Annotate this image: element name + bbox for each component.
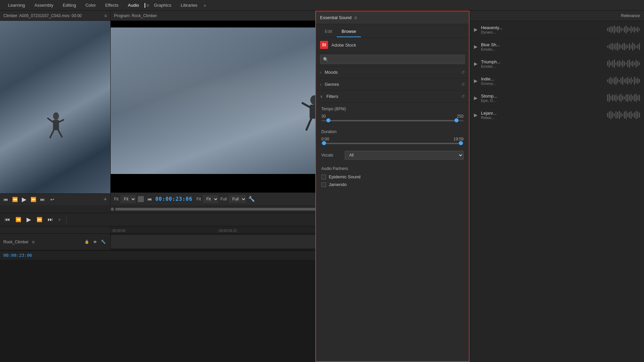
duration-thumb-left[interactable] <box>322 141 326 145</box>
full-selector[interactable]: Full <box>229 195 246 203</box>
svg-rect-74 <box>636 60 637 67</box>
nav-libraries[interactable]: Libraries <box>176 1 202 9</box>
svg-rect-97 <box>607 95 608 101</box>
result-item-2[interactable]: ▶ Triumph... Emotio... <box>470 55 644 72</box>
moods-chevron-icon: › <box>320 70 321 75</box>
result-item-5[interactable]: ▶ Lejanr... Relaxi... <box>470 107 644 124</box>
nav-audio[interactable]: Audio <box>123 1 144 9</box>
vocals-select[interactable]: All Instrumental With Vocals <box>345 151 464 160</box>
wrench-icon[interactable]: 🔧 <box>248 196 255 202</box>
adobe-stock-row[interactable]: St Adobe Stock <box>316 38 469 53</box>
svg-rect-61 <box>614 60 615 68</box>
track-name: Rock_Climber <box>3 240 29 244</box>
moods-reset-icon[interactable]: ↺ <box>461 70 465 75</box>
jamendo-checkbox[interactable] <box>321 182 326 187</box>
src-add-btn[interactable]: + <box>102 195 108 204</box>
src-loop-btn[interactable]: ↩ <box>49 196 56 203</box>
svg-rect-94 <box>636 78 637 83</box>
pgm-skip-back-btn[interactable]: ⏮ <box>146 196 153 202</box>
svg-rect-50 <box>629 43 630 50</box>
track-eye-btn[interactable]: 👁 <box>92 239 98 245</box>
source-monitor-title: Climber: A005_07231037_C043.mov: 00:00 <box>3 13 82 18</box>
result-item-4[interactable]: ▶ Stomp... Epic, D... <box>470 89 644 107</box>
svg-line-2 <box>48 118 53 122</box>
svg-rect-31 <box>631 26 632 33</box>
nav-effects[interactable]: Effects <box>101 1 123 9</box>
filter-moods[interactable]: › Moods ↺ <box>316 66 469 78</box>
tempo-thumb-right[interactable] <box>454 118 459 122</box>
svg-rect-59 <box>610 62 611 65</box>
fit-selector-2[interactable]: Fit <box>203 195 218 203</box>
src-step-fwd-btn[interactable]: ⏩ <box>29 196 38 203</box>
svg-rect-86 <box>622 77 623 85</box>
track-menu-icon[interactable]: ≡ <box>32 239 35 245</box>
fit-label-2: Fit <box>197 197 201 201</box>
tl-play-btn[interactable]: ▶ <box>25 215 33 224</box>
filter-genres[interactable]: › Genres ↺ <box>316 78 469 90</box>
svg-rect-117 <box>607 113 608 117</box>
nav-learning[interactable]: Learning <box>3 1 30 9</box>
jamendo-label: Jamendo <box>329 182 346 187</box>
tempo-range-track[interactable] <box>321 120 464 121</box>
src-play-btn[interactable]: ▶ <box>20 195 28 204</box>
tl-step-fwd-btn[interactable]: ⏩ <box>35 216 44 223</box>
result-subtitle-2: Emotio... <box>481 64 603 68</box>
result-item-0[interactable]: ▶ Heavenly... Dynam... <box>470 21 644 38</box>
nav-color[interactable]: Color <box>81 1 101 9</box>
source-monitor-menu-icon[interactable]: ≡ <box>104 13 107 18</box>
aspect-ratio-btn[interactable] <box>138 196 144 202</box>
result-item-1[interactable]: ▶ Blue Sh... Emotio... <box>470 38 644 55</box>
results-list: ▶ Heavenly... Dynam... <box>470 21 644 362</box>
play-icon-2[interactable]: ▶ <box>474 61 478 66</box>
track-tool-btn[interactable]: 🔧 <box>100 239 107 245</box>
fit-label: Fit <box>114 197 118 201</box>
fit-selector[interactable]: Fit <box>120 195 136 203</box>
tl-fwd-btn[interactable]: ⏭ <box>46 216 54 223</box>
svg-rect-17 <box>607 28 608 31</box>
panel-menu-icon[interactable]: ≡ <box>354 15 357 20</box>
tl-step-back-btn[interactable]: ⏪ <box>14 216 22 223</box>
nav-editing[interactable]: Editing <box>58 1 81 9</box>
tempo-thumb-left[interactable] <box>326 118 330 122</box>
svg-rect-124 <box>619 111 620 119</box>
source-thumbnail <box>0 21 110 193</box>
play-icon-1[interactable]: ▶ <box>474 44 478 49</box>
svg-rect-49 <box>627 45 628 48</box>
epidemic-sound-checkbox[interactable] <box>321 175 326 179</box>
svg-rect-96 <box>639 79 640 82</box>
nav-graphics[interactable]: Graphics <box>149 1 176 9</box>
result-title-2: Triumph... <box>481 59 603 64</box>
nav-assembly[interactable]: Assembly <box>30 1 58 9</box>
play-icon-5[interactable]: ▶ <box>474 112 478 118</box>
src-skip-back-btn[interactable]: ⏮ <box>2 196 9 203</box>
result-subtitle-3: Groovy... <box>481 81 603 85</box>
waveform-4 <box>606 93 640 103</box>
svg-rect-101 <box>614 95 615 101</box>
tl-back-btn[interactable]: ⏮ <box>3 216 11 223</box>
play-icon-4[interactable]: ▶ <box>474 95 478 101</box>
genres-reset-icon[interactable]: ↺ <box>461 82 465 87</box>
svg-rect-66 <box>622 60 623 67</box>
nav-more-icon[interactable]: » <box>204 3 206 8</box>
src-skip-fwd-btn[interactable]: ⏭ <box>39 196 46 203</box>
src-step-back-btn[interactable]: ⏪ <box>11 196 19 203</box>
play-icon-3[interactable]: ▶ <box>474 78 478 83</box>
filters-reset-icon[interactable]: ↺ <box>461 94 465 99</box>
tab-browse[interactable]: Browse <box>337 27 361 37</box>
duration-range-track[interactable] <box>321 143 464 144</box>
tab-edit[interactable]: Edit <box>320 27 337 37</box>
svg-rect-64 <box>619 60 620 67</box>
source-monitor-header: Climber: A005_07231037_C043.mov: 00:00 ≡ <box>0 11 110 21</box>
track-lock-btn[interactable]: 🔒 <box>83 239 91 245</box>
svg-rect-84 <box>619 80 620 82</box>
svg-rect-56 <box>639 43 640 50</box>
svg-rect-120 <box>612 112 613 118</box>
play-icon-0[interactable]: ▶ <box>474 27 478 32</box>
search-input[interactable] <box>330 57 462 62</box>
svg-rect-92 <box>632 79 633 82</box>
result-item-3[interactable]: ▶ Indie... Groovy... <box>470 72 644 89</box>
svg-rect-87 <box>624 79 625 82</box>
duration-thumb-right[interactable] <box>459 141 463 145</box>
filter-filters[interactable]: ∨ Filters ↺ <box>316 90 469 103</box>
svg-rect-28 <box>626 25 627 34</box>
